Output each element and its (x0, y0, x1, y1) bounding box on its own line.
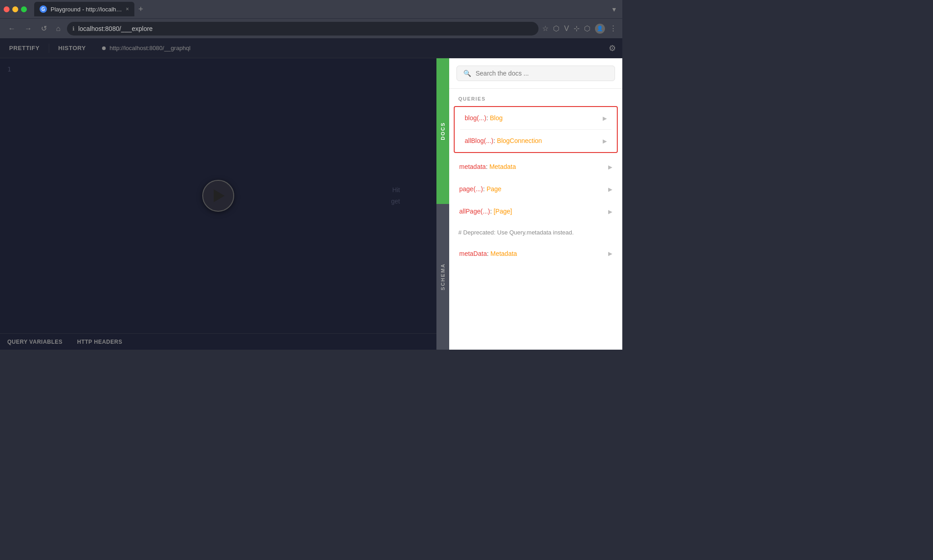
security-icon: ℹ (72, 25, 75, 32)
reload-button[interactable]: ↺ (38, 22, 50, 35)
query-item-text: allPage(...): [Page] (459, 207, 608, 216)
query-item-page[interactable]: page(...): Page ▶ (449, 178, 622, 200)
extension-icon1[interactable]: ⬡ (553, 24, 559, 33)
search-section: 🔍 (449, 58, 622, 89)
url-status-dot (102, 46, 106, 50)
cursor-icon[interactable]: ⊹ (574, 24, 579, 33)
main-content: 1 Hit get QUERY VARIABLES HTTP HEADERS (0, 58, 622, 350)
play-icon (214, 189, 225, 202)
query-name: allPage (459, 208, 481, 215)
deprecated-note: # Deprecated: Use Query.metadata instead… (449, 223, 622, 243)
schema-tab-label: SCHEMA (440, 263, 446, 290)
editor-body[interactable]: 1 Hit get (0, 58, 436, 333)
expand-icon: ▶ (608, 209, 612, 215)
bookmark-icon[interactable]: ☆ (542, 24, 549, 33)
tab-bar: G Playground - http://localhost:8... × + (34, 2, 318, 16)
tab-prettify[interactable]: PRETTIFY (0, 38, 49, 58)
expand-icon: ▶ (608, 186, 612, 193)
editor-area: 1 Hit get QUERY VARIABLES HTTP HEADERS (0, 58, 436, 350)
query-item-allpage[interactable]: allPage(...): [Page] ▶ (449, 200, 622, 223)
side-panel: 🔍 QUERIES blog(...): Blog ▶ (449, 58, 622, 350)
query-item-text: metaData: Metadata (459, 249, 608, 259)
highlighted-queries-box: blog(...): Blog ▶ allBlog(...): BlogConn… (454, 106, 618, 153)
title-bar: G Playground - http://localhost:8... × +… (0, 0, 622, 18)
schema-tab[interactable]: SCHEMA (436, 204, 449, 350)
query-name: allBlog (465, 137, 484, 144)
query-name: metaData (459, 250, 487, 257)
back-button[interactable]: ← (5, 23, 18, 35)
query-args: (...) (473, 185, 483, 193)
hint-text: Hit get (391, 184, 400, 207)
query-args: (...) (484, 137, 493, 144)
query-name: page (459, 185, 473, 193)
query-item-allblog[interactable]: allBlog(...): BlogConnection ▶ (455, 130, 617, 152)
editor-footer: QUERY VARIABLES HTTP HEADERS (0, 333, 436, 350)
side-panel-content: QUERIES blog(...): Blog ▶ allBlog( (449, 89, 622, 350)
nav-controls: ☆ ⬡ V ⊹ ⬡ 👤 ⋮ (542, 24, 617, 34)
query-item-text: page(...): Page (459, 184, 608, 194)
expand-icon: ▶ (603, 115, 607, 122)
docs-tab-label: DOCS (440, 122, 446, 140)
maximize-window-button[interactable] (21, 6, 27, 12)
app-topbar: PRETTIFY HISTORY http://localhost:8080/_… (0, 38, 622, 58)
search-box[interactable]: 🔍 (456, 66, 615, 81)
tab-title: Playground - http://localhost:8... (51, 6, 122, 13)
url-input-area: http://localhost:8080/__graphql (95, 45, 198, 51)
query-item-text: blog(...): Blog (465, 113, 603, 123)
expand-icon: ▶ (608, 250, 612, 257)
settings-button[interactable]: ⚙ (602, 38, 622, 58)
new-tab-button[interactable]: + (134, 3, 147, 15)
query-type: BlogConnection (497, 137, 542, 144)
query-item-blog[interactable]: blog(...): Blog ▶ (455, 107, 617, 129)
vertical-tabs: DOCS SCHEMA (436, 58, 449, 350)
query-type: Metadata (489, 163, 516, 170)
nav-bar: ← → ↺ ⌂ ℹ localhost:8080/___explore ☆ ⬡ … (0, 18, 622, 38)
query-type: Metadata (490, 250, 517, 257)
query-args: (...) (477, 114, 486, 122)
url-text: http://localhost:8080/__graphql (109, 45, 190, 51)
queries-section-header: QUERIES (449, 89, 622, 105)
query-type: Page (487, 185, 502, 193)
query-name: blog (465, 114, 477, 122)
search-icon: 🔍 (463, 70, 471, 77)
minimize-window-button[interactable] (12, 6, 18, 12)
query-item-metadata[interactable]: metadata: Metadata ▶ (449, 156, 622, 178)
expand-icon: ▶ (603, 138, 607, 144)
query-item-text: allBlog(...): BlogConnection (465, 136, 603, 146)
address-text: localhost:8080/___explore (78, 25, 153, 32)
extension-icon2[interactable]: V (564, 25, 569, 33)
tab-favicon: G (40, 5, 47, 13)
traffic-lights (4, 6, 27, 12)
avatar[interactable]: 👤 (595, 24, 605, 34)
query-item-text: metadata: Metadata (459, 162, 608, 172)
tab-http-headers[interactable]: HTTP HEADERS (70, 334, 129, 350)
home-button[interactable]: ⌂ (53, 23, 63, 35)
forward-button[interactable]: → (22, 23, 35, 35)
tab-history[interactable]: HISTORY (49, 38, 95, 58)
tab-query-variables[interactable]: QUERY VARIABLES (0, 334, 70, 350)
browser-dropdown-button[interactable]: ▾ (610, 5, 619, 14)
query-type: Blog (490, 114, 502, 122)
query-args: (...) (481, 208, 490, 215)
menu-icon[interactable]: ⋮ (610, 24, 617, 33)
query-type: [Page] (493, 208, 512, 215)
docs-tab[interactable]: DOCS (436, 58, 449, 204)
app-tabs: PRETTIFY HISTORY http://localhost:8080/_… (0, 38, 602, 58)
expand-icon: ▶ (608, 164, 612, 170)
address-bar[interactable]: ℹ localhost:8080/___explore (67, 22, 539, 36)
line-number: 1 (7, 66, 11, 73)
browser-tab[interactable]: G Playground - http://localhost:8... × (34, 2, 134, 16)
close-window-button[interactable] (4, 6, 10, 12)
query-item-metadata-deprecated[interactable]: metaData: Metadata ▶ (449, 243, 622, 265)
search-input[interactable] (476, 70, 608, 77)
query-name: metadata (459, 163, 486, 170)
puzzle-icon[interactable]: ⬡ (584, 24, 590, 33)
tab-close-button[interactable]: × (126, 6, 129, 12)
play-button[interactable] (202, 180, 234, 212)
app-area: PRETTIFY HISTORY http://localhost:8080/_… (0, 38, 622, 350)
